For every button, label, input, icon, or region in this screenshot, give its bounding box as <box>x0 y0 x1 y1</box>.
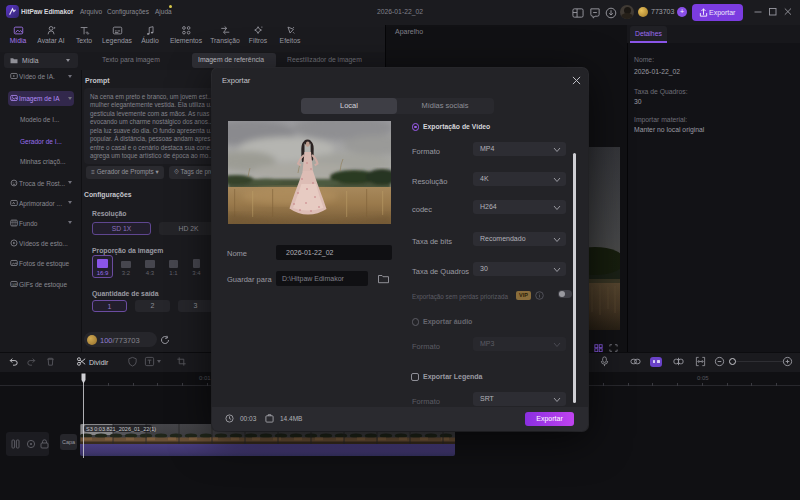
svg-text:GIF: GIF <box>11 282 16 286</box>
